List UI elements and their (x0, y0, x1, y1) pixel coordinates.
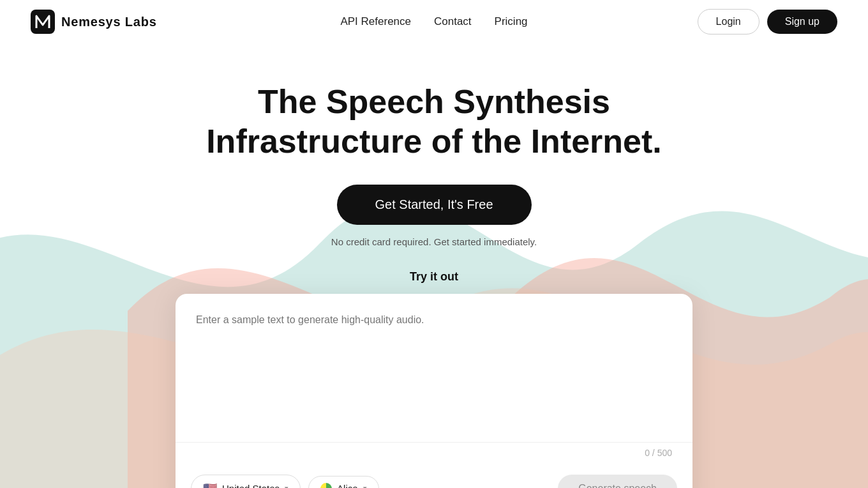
login-button[interactable]: Login (698, 9, 760, 34)
navbar: Nemesys Labs API Reference Contact Prici… (0, 0, 868, 43)
hero-subtitle: No credit card required. Get started imm… (331, 236, 537, 247)
voice-label: Alice (337, 483, 358, 488)
nav-contact[interactable]: Contact (434, 15, 472, 28)
demo-card: 0 / 500 🇺🇸 United States ▾ Alice ▾ Gener… (176, 294, 692, 488)
signup-button[interactable]: Sign up (767, 10, 837, 34)
generate-button[interactable]: Generate speech (558, 475, 677, 488)
char-count: 0 / 500 (176, 442, 692, 466)
logo-icon (31, 10, 55, 34)
voice-avatar (320, 483, 332, 488)
nav-pricing[interactable]: Pricing (495, 15, 528, 28)
logo[interactable]: Nemesys Labs (31, 10, 157, 34)
nav-actions: Login Sign up (698, 9, 837, 34)
demo-footer: 🇺🇸 United States ▾ Alice ▾ Generate spee… (176, 466, 692, 488)
demo-textarea[interactable] (196, 312, 672, 439)
try-it-out-label: Try it out (410, 270, 458, 284)
demo-textarea-wrapper (176, 294, 692, 442)
svg-rect-0 (31, 10, 55, 34)
country-label: United States (222, 483, 280, 488)
voice-chevron-icon: ▾ (363, 484, 367, 488)
country-flag: 🇺🇸 (203, 482, 217, 488)
voice-dropdown[interactable]: Alice ▾ (308, 476, 379, 488)
hero-title: The Speech Synthesis Infrastructure of t… (147, 82, 721, 162)
hero-content: The Speech Synthesis Infrastructure of t… (0, 43, 868, 488)
nav-links: API Reference Contact Pricing (340, 15, 527, 28)
hero-section: The Speech Synthesis Infrastructure of t… (0, 43, 868, 488)
country-chevron-icon: ▾ (285, 484, 288, 488)
country-dropdown[interactable]: 🇺🇸 United States ▾ (191, 475, 301, 488)
get-started-button[interactable]: Get Started, It's Free (337, 185, 532, 225)
logo-wordmark: Nemesys Labs (61, 15, 157, 29)
nav-api-reference[interactable]: API Reference (340, 15, 411, 28)
